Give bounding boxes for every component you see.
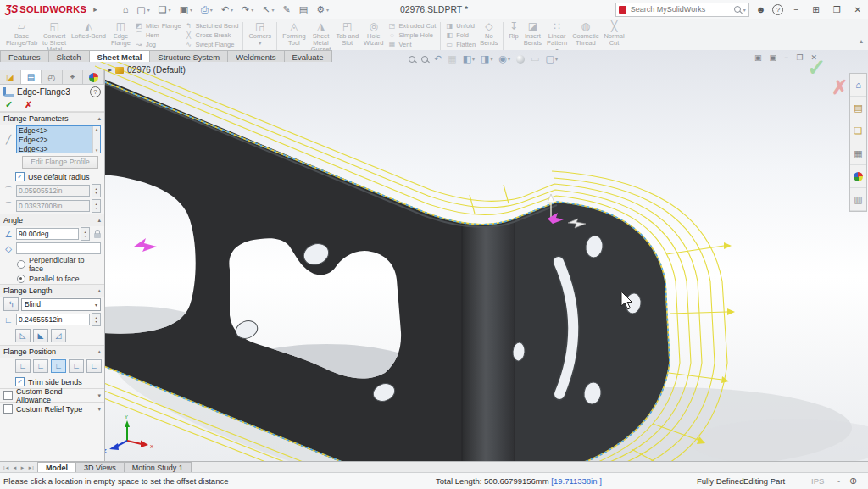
search-dropdown-arrow[interactable]: ▾ [743,7,746,13]
unit-system[interactable]: IPS [811,476,824,486]
doc-window-icon2[interactable]: ▣ [770,53,777,62]
configuration-manager-tab[interactable]: ◴ [42,70,63,84]
outer-virtual-sharp-button[interactable]: ◺ [15,329,31,342]
appearances-button[interactable] [850,165,866,188]
tab-structure-system[interactable]: Structure System [149,50,228,62]
jog-button[interactable]: ↝Jog [135,41,181,49]
vent-button[interactable]: ▦Vent [387,41,436,49]
dimxpert-manager-tab[interactable]: ⌖ [63,70,84,84]
cross-break-button[interactable]: ╳Cross-Break [185,31,239,40]
view-orientation-button[interactable]: ◧▾ [463,53,475,64]
view-settings-button[interactable]: ▢▾ [546,53,558,64]
face-selection-field[interactable] [16,242,101,254]
no-bends-button[interactable]: ◇No Bends [477,20,500,52]
forming-tool-button[interactable]: ◬Forming Tool [280,20,309,52]
radio-selected-icon[interactable] [17,275,25,283]
zoom-to-fit-button[interactable] [409,56,415,63]
edit-appearance-button[interactable] [516,55,525,64]
model-view[interactable]: Y X Z [0,50,868,462]
sketched-bend-button[interactable]: ↰Sketched Bend [185,22,239,31]
scroll-down-icon[interactable]: ▾ [96,147,98,153]
inner-virtual-sharp-button[interactable]: ◣ [33,329,48,342]
tree-root-label[interactable]: 02976 (Default) [127,65,186,75]
restore-button[interactable]: ❐ [830,5,844,14]
bend-face[interactable] [462,220,515,462]
custom-properties-button[interactable]: ▥ [850,188,866,211]
doc-window-icon[interactable]: ▣ [754,53,762,62]
previous-view-button[interactable]: ↶ [434,53,442,64]
feature-tree-flyout[interactable]: ▸ 02976 (Default) [108,65,186,75]
extruded-cut-button[interactable]: ◳Extruded Cut [387,22,436,31]
tab-and-slot-button[interactable]: ◰Tab and Slot [333,20,361,52]
spin-down-icon[interactable]: ▾ [95,320,97,324]
last-tab-button[interactable]: ►| [26,465,35,470]
tab-features[interactable]: Features [0,50,49,62]
close-button[interactable]: ✕ [851,5,865,14]
hide-show-items-button[interactable]: ◉▾ [498,53,510,64]
maximize-button[interactable]: ⊞ [809,5,822,14]
tangent-to-bend-button[interactable]: ∟ [86,359,102,373]
miter-flange-button[interactable]: ◩Miter Flange [135,22,181,31]
property-manager-tab[interactable]: ▤ [21,70,42,84]
display-manager-tab[interactable] [83,70,104,84]
ribbon-collapse-arrow[interactable]: ▴ [860,37,863,45]
sheet-metal-gusset-button[interactable]: ◮Sheet Metal Gusset [309,20,334,52]
confirmation-cancel-button[interactable]: ✗ [832,76,848,99]
material-inside-button[interactable]: ∟ [15,359,31,373]
custom-bend-allowance-header[interactable]: Custom Bend Allowance ▾ [0,388,104,402]
prev-tab-button[interactable]: ◄ [12,465,19,470]
flange-parameters-header[interactable]: Flange Parameters ▴ [0,112,104,125]
tab-evaluate[interactable]: Evaluate [284,50,332,62]
end-condition-dropdown[interactable]: Blind ▾ [21,298,101,311]
list-item[interactable]: Edge<2> [17,136,93,145]
tab-weldments[interactable]: Weldments [227,50,284,62]
apply-scene-button[interactable]: ▭ [531,53,539,64]
checkbox-unchecked-icon[interactable] [3,391,13,400]
annotation-button[interactable]: ✎ [280,3,294,16]
flatten-button[interactable]: ▭Flatten [445,41,476,49]
lofted-bend-button[interactable]: ◭Lofted-Bend [69,20,108,52]
fold-button[interactable]: ◧Fold [445,31,476,40]
minimize-button[interactable]: − [790,5,802,14]
design-library-button[interactable]: ▤ [850,97,866,119]
section-view-button[interactable]: ▦ [448,53,456,64]
tab-sketch[interactable]: Sketch [48,50,90,62]
list-item[interactable]: Edge<3> [17,145,93,153]
search-input[interactable] [629,4,732,14]
list-scrollbar[interactable]: ▴ ▾ [92,126,100,153]
sheet-metal-part[interactable] [47,75,670,462]
undo-button[interactable]: ↶▾ [218,3,236,16]
simple-hole-button[interactable]: ◌Simple Hole [387,31,436,40]
convert-to-sheet-metal-button[interactable]: ◱Convert to Sheet Metal [40,20,69,52]
doc-minimize-button[interactable]: − [784,53,788,62]
cancel-button[interactable]: ✗ [25,100,31,109]
home-tab-button[interactable]: ⌂ [850,74,866,97]
edge-flange-button[interactable]: ◫Edge Flange [108,20,133,52]
home-button[interactable]: ⌂ [120,3,132,15]
checkbox-checked-icon[interactable]: ✓ [15,172,25,181]
select-button[interactable]: ↖▾ [259,3,277,16]
doc-restore-button[interactable]: ❐ [796,53,803,62]
hem-button[interactable]: ⌒Hem [135,31,181,40]
search-box[interactable]: ▾ [615,3,749,17]
save-button[interactable]: ▣▾ [176,3,196,16]
zoom-to-area-button[interactable] [421,56,428,63]
flange-length-field[interactable]: 0.24655512in [16,314,90,325]
normal-cut-button[interactable]: ╳Normal Cut [601,20,626,52]
new-document-button[interactable]: ▢▾ [133,3,153,16]
edge-selection-list[interactable]: Edge<1> Edge<2> Edge<3> ▴ ▾ [16,125,101,153]
spin-down-icon[interactable]: ▾ [95,206,97,210]
cosmetic-thread-button[interactable]: ◍Cosmetic Thread [570,20,601,52]
checkbox-unchecked-icon[interactable] [3,404,13,414]
tab-sheet-metal[interactable]: Sheet Metal [89,50,151,62]
view-palette-button[interactable]: ▦ [850,142,866,165]
radio-unselected-icon[interactable] [17,260,25,269]
reverse-direction-button[interactable]: ↰ [3,297,19,311]
help-icon[interactable]: ? [772,4,783,15]
hole-wizard-button[interactable]: ◎Hole Wizard [361,20,386,52]
rip-button[interactable]: ↧Rip [506,20,520,52]
list-item[interactable]: Edge<1> [17,126,93,136]
redo-button[interactable]: ↷▾ [238,3,257,16]
feature-manager-tab[interactable]: ◪ [0,70,21,84]
checkbox-checked-icon[interactable]: ✓ [15,377,25,386]
